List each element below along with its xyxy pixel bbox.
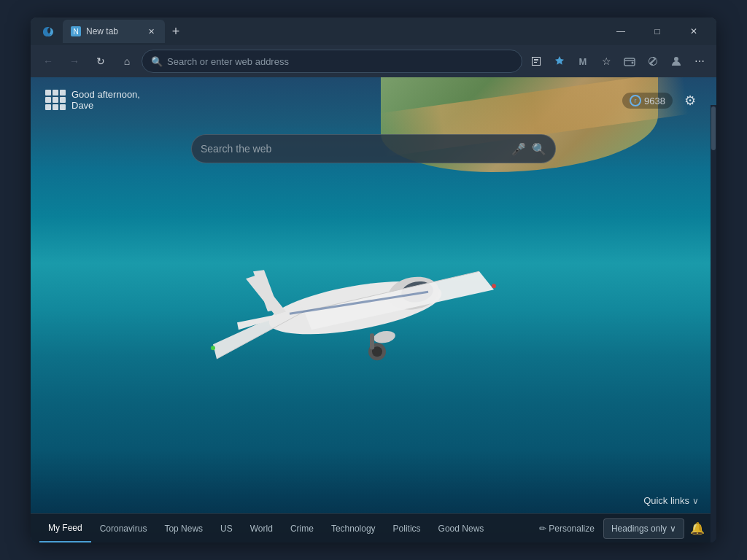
greeting-section: Good afternoon, Dave [45,89,140,111]
grid-dot [60,90,66,96]
rewards-icon: r [630,95,641,106]
news-item-goodnews[interactable]: Good News [430,514,493,542]
news-item-world[interactable]: World [241,514,282,542]
chevron-down-icon: ∨ [692,496,699,506]
news-item-coronavirus[interactable]: Coronavirus [91,514,156,542]
rewards-count: 9638 [644,96,665,106]
window-controls: — □ ✕ [604,20,711,42]
reader-mode-button[interactable] [525,50,547,72]
grid-dot [45,90,51,96]
edge-logo [36,20,60,43]
search-box[interactable]: 🎤 🔍 [191,134,556,163]
search-mic-button[interactable]: 🎤 [511,142,526,156]
home-button[interactable]: ⌂ [115,50,139,73]
search-icon: 🔍 [151,56,163,67]
news-item-topnews[interactable]: Top News [155,514,212,542]
middle-area [31,163,716,513]
personalize-button[interactable]: ✏ Personalize [533,514,600,542]
profile-button[interactable] [665,50,687,72]
news-item-us[interactable]: US [212,514,241,542]
quick-links-label: Quick links [643,495,689,506]
grid-dot [45,97,51,103]
search-input[interactable] [201,143,506,155]
title-bar: N New tab ✕ + — □ ✕ [31,18,716,45]
active-tab[interactable]: N New tab ✕ [63,20,165,43]
quick-links-section: Quick links ∨ [643,495,699,506]
news-item-technology[interactable]: Technology [322,514,384,542]
search-section: 🎤 🔍 [31,112,716,163]
new-tab-overlay: Good afternoon, Dave r 9638 ⚙ 🎤 [31,77,716,542]
news-item-politics[interactable]: Politics [384,514,430,542]
favorites-filter-button[interactable] [549,50,570,72]
toolbar-icons: M ☆ ⋯ [525,50,711,72]
wallet-button[interactable] [619,50,640,72]
news-item-crime[interactable]: Crime [282,514,322,542]
notifications-button[interactable]: 🔔 [687,518,708,539]
headings-only-label: Headings only [611,524,667,534]
maximize-button[interactable]: □ [640,20,674,42]
new-tab-button[interactable]: + [165,20,187,42]
grid-dot [45,104,51,110]
browser-window: N New tab ✕ + — □ ✕ ← → ↻ ⌂ 🔍 [31,18,716,542]
svg-point-3 [632,62,634,64]
greeting-line2: Dave [71,100,140,111]
quick-links-button[interactable]: Quick links ∨ [643,495,699,506]
headings-only-button[interactable]: Headings only ∨ [603,518,684,539]
tab-favicon: N [70,26,82,37]
news-bar: My Feed Coronavirus Top News US World Cr… [31,513,716,542]
grid-dot [60,104,66,110]
tab-close-button[interactable]: ✕ [144,25,158,38]
address-input[interactable] [167,56,513,67]
news-item-myfeed[interactable]: My Feed [39,514,91,542]
grid-dot [53,97,58,103]
forward-button[interactable]: → [63,50,86,73]
collections-button[interactable]: M [572,50,594,72]
tab-label: New tab [86,26,140,36]
rewards-badge[interactable]: r 9638 [622,93,673,109]
address-bar[interactable]: 🔍 [142,50,522,73]
browser-essentials-button[interactable] [642,50,664,72]
grid-dot [53,90,58,96]
new-tab-settings-button[interactable]: ⚙ [678,89,702,112]
grid-dot [60,97,66,103]
add-favorites-button[interactable]: ☆ [595,50,617,72]
grid-dot [53,104,58,110]
minimize-button[interactable]: — [604,20,638,42]
greeting-text: Good afternoon, Dave [71,89,140,111]
greeting-line1: Good afternoon, [71,89,140,100]
svg-text:N: N [73,28,78,36]
apps-grid-button[interactable] [45,90,66,110]
close-button[interactable]: ✕ [677,20,711,42]
tab-bar: N New tab ✕ + [36,20,601,43]
top-right: r 9638 ⚙ [622,89,702,112]
headings-chevron-icon: ∨ [670,524,676,534]
navigation-bar: ← → ↻ ⌂ 🔍 M ☆ [31,45,716,77]
refresh-button[interactable]: ↻ [89,50,112,73]
more-options-button[interactable]: ⋯ [689,50,711,72]
top-section: Good afternoon, Dave r 9638 ⚙ [31,77,716,112]
browser-content: Good afternoon, Dave r 9638 ⚙ 🎤 [31,77,716,542]
scrollbar[interactable] [711,105,716,542]
scrollbar-thumb[interactable] [711,106,716,150]
search-submit-button[interactable]: 🔍 [532,142,546,156]
svg-point-4 [674,57,678,61]
back-button[interactable]: ← [36,50,60,73]
